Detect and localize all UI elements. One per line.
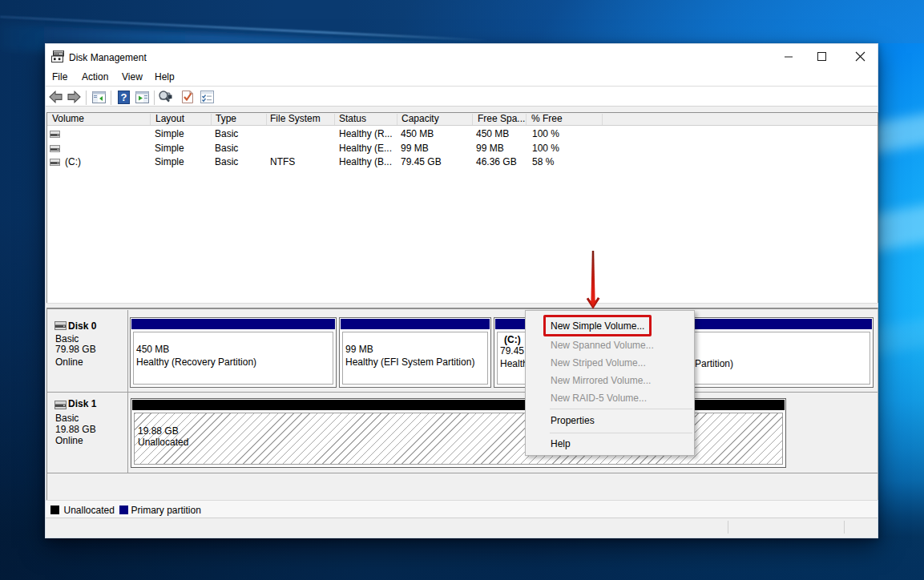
svg-text:?: ? (121, 91, 127, 103)
